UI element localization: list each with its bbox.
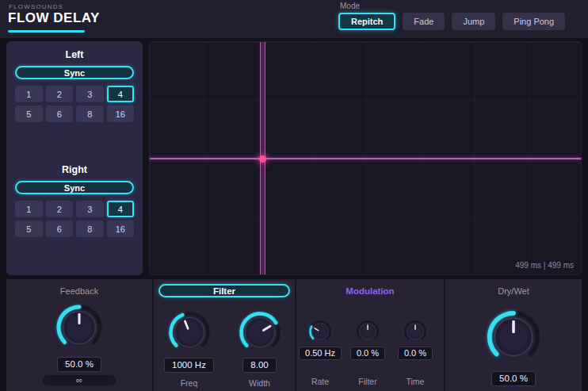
right-division-2[interactable]: 2 [46, 201, 74, 217]
feedback-infinity-button[interactable]: ∞ [43, 375, 116, 385]
modulation-rate-knob[interactable] [308, 320, 332, 343]
delay-time-panel: Left Sync 1 2 3 4 5 6 8 16 Right Sync 1 … [6, 41, 143, 275]
drywet-label: Dry/Wet [498, 286, 529, 297]
right-division-8[interactable]: 8 [76, 220, 104, 237]
modulation-label: Modulation [346, 286, 394, 297]
right-division-6[interactable]: 6 [46, 220, 74, 237]
filter-knob-row: 1000 Hz Freq 8.00 Width [154, 310, 295, 388]
xy-handle[interactable] [259, 155, 266, 163]
drywet-value[interactable]: 50.0 % [491, 371, 536, 386]
modulation-section: Modulation 0.50 Hz Rate 0.0 % Filter 0.0… [295, 279, 444, 391]
left-division-1[interactable]: 1 [15, 86, 43, 102]
mode-button-repitch[interactable]: Repitch [338, 13, 395, 30]
right-division-grid: 1 2 3 4 5 6 8 16 [15, 201, 134, 237]
feedback-knob[interactable] [55, 303, 104, 352]
modulation-time-column: 0.0 % Time [391, 320, 439, 386]
title-underline [8, 30, 85, 33]
drywet-knob[interactable] [485, 309, 542, 366]
right-sync-button[interactable]: Sync [15, 181, 134, 194]
delay-xy-pad[interactable]: 499 ms | 499 ms [149, 41, 582, 275]
delay-time-readout: 499 ms | 499 ms [515, 261, 574, 270]
mode-buttons: Repitch Fade Jump Ping Pong [338, 13, 565, 30]
filter-width-value[interactable]: 8.00 [242, 358, 276, 373]
drywet-section: Dry/Wet 50.0 % [444, 279, 582, 391]
plugin-title: FLOW DELAY [8, 10, 100, 26]
mode-label: Mode [340, 2, 565, 10]
horizontal-crosshair[interactable] [150, 158, 581, 159]
filter-toggle-button[interactable]: Filter [158, 284, 290, 297]
modulation-rate-column: 0.50 Hz Rate [296, 320, 344, 386]
left-channel-section: Left Sync 1 2 3 4 5 6 8 16 [15, 49, 134, 122]
left-division-6[interactable]: 6 [46, 105, 74, 122]
right-channel-section: Right Sync 1 2 3 4 5 6 8 16 [15, 164, 134, 237]
modulation-time-knob[interactable] [403, 320, 427, 343]
modulation-time-value[interactable]: 0.0 % [398, 347, 433, 360]
flow-delay-plugin: FLOWSOUNDS FLOW DELAY Mode Repitch Fade … [0, 0, 588, 391]
filter-freq-column: 1000 Hz Freq [154, 310, 224, 388]
right-section-title: Right [15, 164, 134, 175]
feedback-section: Feedback 50.0 % ∞ [6, 279, 152, 391]
filter-width-label: Width [249, 378, 270, 388]
modulation-filter-value[interactable]: 0.0 % [350, 347, 385, 360]
left-division-3[interactable]: 3 [76, 86, 104, 102]
feedback-value[interactable]: 50.0 % [57, 357, 101, 372]
left-division-8[interactable]: 8 [76, 105, 104, 122]
mode-button-jump[interactable]: Jump [452, 13, 495, 30]
left-division-4[interactable]: 4 [107, 86, 135, 102]
top-bar: FLOWSOUNDS FLOW DELAY Mode Repitch Fade … [0, 0, 588, 38]
mode-button-pingpong[interactable]: Ping Pong [502, 13, 565, 30]
left-division-grid: 1 2 3 4 5 6 8 16 [15, 86, 134, 122]
feedback-label: Feedback [60, 286, 98, 297]
modulation-knob-row: 0.50 Hz Rate 0.0 % Filter 0.0 % Time [296, 320, 439, 386]
left-sync-button[interactable]: Sync [15, 66, 134, 79]
brand-text: FLOWSOUNDS [9, 3, 63, 10]
mode-group: Mode Repitch Fade Jump Ping Pong [338, 2, 565, 30]
mode-button-fade[interactable]: Fade [403, 13, 445, 30]
left-section-title: Left [15, 49, 134, 60]
filter-freq-value[interactable]: 1000 Hz [164, 358, 214, 373]
filter-width-knob[interactable] [238, 310, 282, 355]
right-division-5[interactable]: 5 [15, 220, 43, 237]
filter-width-column: 8.00 Width [224, 310, 295, 388]
left-division-5[interactable]: 5 [15, 105, 43, 122]
modulation-rate-label: Rate [311, 377, 329, 386]
filter-freq-label: Freq [181, 378, 198, 388]
bottom-panel: Feedback 50.0 % ∞ Filter 1000 Hz Freq 8.… [6, 279, 582, 391]
right-division-16[interactable]: 16 [107, 220, 135, 237]
right-division-3[interactable]: 3 [76, 201, 104, 217]
filter-freq-knob[interactable] [167, 310, 212, 355]
filter-section: Filter 1000 Hz Freq 8.00 Width [152, 279, 295, 391]
right-division-1[interactable]: 1 [15, 201, 43, 217]
left-division-16[interactable]: 16 [107, 105, 135, 122]
modulation-rate-value[interactable]: 0.50 Hz [299, 347, 342, 360]
modulation-filter-column: 0.0 % Filter [344, 320, 391, 386]
left-division-2[interactable]: 2 [46, 86, 74, 102]
modulation-filter-knob[interactable] [356, 320, 380, 343]
right-division-4[interactable]: 4 [107, 201, 135, 217]
modulation-filter-label: Filter [358, 377, 376, 386]
modulation-time-label: Time [407, 377, 425, 386]
